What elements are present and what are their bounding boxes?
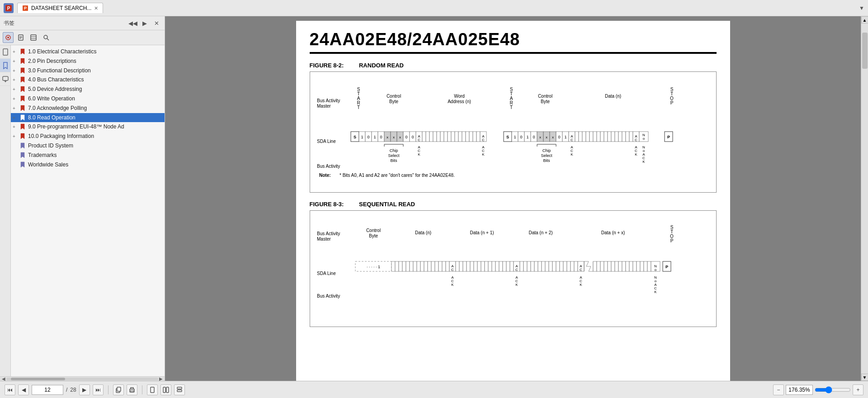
first-page-btn[interactable]: ⏮	[5, 384, 15, 395]
sidebar-item-4[interactable]: + 4.0 Bus Characteristics	[11, 75, 165, 85]
svg-rect-212	[510, 261, 514, 271]
sidebar-item-2[interactable]: + 2.0 Pin Descriptions	[11, 57, 165, 66]
svg-rect-216	[520, 261, 524, 271]
sidebar-item-label-4: 4.0 Bus Characteristics	[28, 76, 163, 84]
expand-icon-5[interactable]: +	[13, 85, 19, 93]
next-page-btn[interactable]: ▶	[79, 384, 90, 395]
hscroll-track[interactable]	[6, 378, 158, 380]
svg-rect-283	[166, 387, 169, 393]
svg-rect-179	[395, 261, 399, 271]
svg-text:P: P	[670, 100, 673, 105]
expand-icon-3[interactable]: +	[13, 67, 19, 74]
svg-rect-79	[473, 132, 476, 142]
sidebar-item-9[interactable]: + 9.0 Pre-programmed EUI-48™ Node Ad	[11, 122, 165, 132]
sidebar-item-11[interactable]: + Product ID System	[11, 141, 165, 151]
svg-rect-15	[3, 49, 8, 55]
svg-rect-121	[626, 132, 629, 142]
expand-icon-2[interactable]: +	[13, 57, 19, 65]
expand-icon-6[interactable]: +	[13, 95, 19, 102]
expand-icon-10[interactable]: +	[13, 133, 19, 140]
svg-rect-249	[618, 261, 622, 271]
two-page-btn[interactable]	[160, 384, 171, 395]
bookmark-icon-4	[19, 76, 26, 83]
vscroll-down[interactable]: ▼	[861, 374, 868, 381]
main-layout: 书签 ◀◀ ▶ ✕	[0, 16, 868, 381]
continuous-btn[interactable]	[174, 384, 185, 395]
sidebar-item-8[interactable]: + 8.0 Read Operation	[11, 113, 165, 123]
figure-8-3-header: FIGURE 8-3: SEQUENTIAL READ	[310, 201, 717, 208]
svg-text:Bus Activity: Bus Activity	[317, 164, 340, 169]
print-btn[interactable]	[127, 384, 137, 395]
hscroll-left[interactable]: ◀	[1, 376, 6, 381]
svg-text:Address (n): Address (n)	[448, 99, 471, 104]
sidebar-item-1[interactable]: + 1.0 Electrical Characteristics	[11, 47, 165, 57]
sidebar-item-10[interactable]: + 10.0 Packaging Information	[11, 132, 165, 141]
content-area[interactable]: 24AA02E48/24AA025E48 FIGURE 8-2: RANDOM …	[165, 16, 861, 381]
sidebar-item-5[interactable]: + 5.0 Device Addressing	[11, 85, 165, 94]
svg-text:0: 0	[367, 135, 369, 139]
svg-rect-203	[477, 261, 481, 271]
sidebar-pages-btn[interactable]	[15, 32, 26, 43]
expand-icon-9[interactable]: +	[13, 123, 19, 130]
svg-text:1: 1	[526, 135, 528, 139]
sidebar-hscrollbar[interactable]: ◀ ▶	[0, 376, 165, 381]
zoom-level-input[interactable]	[786, 385, 813, 395]
sidebar-icon-bookmark[interactable]	[0, 59, 11, 72]
svg-text:SDA Line: SDA Line	[317, 139, 336, 144]
sidebar-nav-prev[interactable]: ◀◀	[127, 18, 138, 28]
sidebar-icon-comment[interactable]	[0, 72, 11, 86]
right-scrollbar[interactable]: ▲ ▼	[861, 16, 868, 381]
svg-rect-198	[459, 261, 463, 271]
expand-icon-8[interactable]: +	[13, 114, 19, 121]
svg-text:0: 0	[380, 135, 382, 139]
tab-close-btn[interactable]: ✕	[94, 5, 98, 11]
sidebar-item-label-2: 2.0 Pin Descriptions	[28, 57, 163, 65]
sidebar-close[interactable]: ✕	[151, 18, 162, 28]
sidebar-icon-doc[interactable]	[0, 45, 11, 59]
last-page-btn[interactable]: ⏭	[93, 384, 104, 395]
vscroll-up[interactable]: ▲	[861, 16, 868, 24]
svg-text:Bits: Bits	[390, 158, 397, 163]
vscroll-thumb[interactable]	[862, 33, 868, 69]
vscroll-track[interactable]	[861, 24, 868, 374]
svg-rect-10	[31, 35, 36, 40]
svg-rect-16	[3, 76, 8, 81]
page-number-input[interactable]	[32, 385, 63, 395]
svg-text:Data (n): Data (n)	[415, 230, 431, 235]
dropdown-btn[interactable]: ▼	[859, 5, 864, 11]
hscroll-right[interactable]: ▶	[158, 376, 164, 381]
sidebar-bookmarks-btn[interactable]	[3, 32, 14, 43]
single-page-btn[interactable]	[147, 384, 158, 395]
expand-icon-4[interactable]: +	[13, 76, 19, 83]
prev-page-btn[interactable]: ◀	[18, 384, 29, 395]
expand-icon-7[interactable]: +	[13, 104, 19, 112]
sidebar-item-13[interactable]: + Worldwide Sales	[11, 160, 165, 170]
sidebar-icon-strip	[0, 45, 11, 376]
browser-tab[interactable]: P DATASHEET SEARCH... ✕	[17, 3, 103, 13]
sidebar-nav-next[interactable]: ▶	[139, 18, 150, 28]
sidebar: 书签 ◀◀ ▶ ✕	[0, 16, 165, 381]
svg-rect-193	[446, 261, 449, 271]
sidebar-search-btn[interactable]	[41, 32, 52, 43]
svg-rect-117	[611, 132, 615, 142]
hscroll-thumb[interactable]	[11, 378, 65, 380]
sidebar-layers-btn[interactable]	[28, 32, 39, 43]
sidebar-item-7[interactable]: + 7.0 Acknowledge Polling	[11, 104, 165, 113]
zoom-in-btn[interactable]: +	[853, 384, 863, 395]
expand-icon-1[interactable]: +	[13, 48, 19, 55]
sidebar-nav-arrows: ◀◀ ▶ ✕	[127, 18, 162, 28]
bookmark-icon-6	[19, 95, 26, 102]
sidebar-item-12[interactable]: + Trademarks	[11, 151, 165, 160]
svg-rect-220	[534, 261, 538, 271]
sidebar-item-6[interactable]: + 6.0 Write Operation	[11, 94, 165, 104]
svg-rect-122	[629, 132, 633, 142]
document-title: 24AA02E48/24AA025E48	[310, 30, 717, 49]
svg-rect-183	[410, 261, 413, 271]
zoom-out-btn[interactable]: −	[773, 384, 784, 395]
svg-text:Bus Activity: Bus Activity	[317, 231, 340, 236]
copy-btn[interactable]	[113, 384, 124, 395]
svg-rect-119	[618, 132, 622, 142]
sidebar-item-3[interactable]: + 3.0 Functional Description	[11, 66, 165, 76]
svg-rect-65	[422, 132, 426, 142]
zoom-slider[interactable]	[815, 386, 851, 393]
